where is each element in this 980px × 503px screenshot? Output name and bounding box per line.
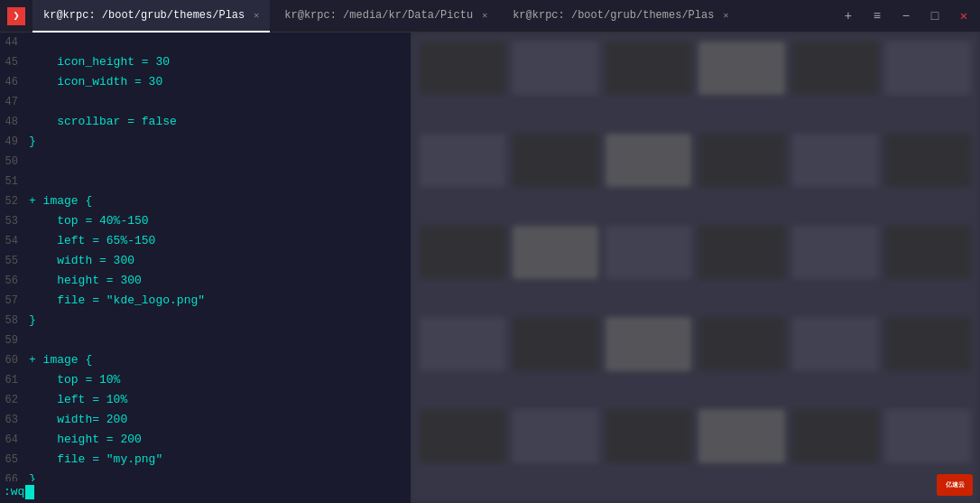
thumbnail (885, 134, 971, 187)
line-content: icon_height = 30 (29, 52, 170, 72)
thumbnail (513, 42, 598, 95)
editor-line: 60+ image { (0, 350, 411, 370)
line-content: } (29, 311, 36, 331)
editor-line: 59 (0, 331, 411, 350)
thumbnail (606, 317, 691, 370)
thumbnail (885, 317, 971, 370)
editor-line: 50 (0, 152, 411, 172)
thumbnail (513, 134, 598, 187)
line-number: 61 (0, 370, 29, 390)
line-number: 49 (0, 132, 29, 152)
line-number: 64 (0, 430, 29, 450)
editor-panel[interactable]: 4445 icon_height = 3046 icon_width = 304… (0, 33, 411, 503)
line-content: + image { (29, 191, 92, 211)
maximize-button[interactable]: □ (926, 9, 944, 23)
line-content: height = 300 (29, 271, 142, 291)
editor-line: 53 top = 40%-150 (0, 211, 411, 231)
line-content: height = 200 (29, 430, 142, 450)
thumbnail (698, 42, 784, 95)
editor-line: 64 height = 200 (0, 430, 411, 450)
tab1-label: kr@krpc: /boot/grub/themes/Plas (43, 9, 245, 22)
line-number: 51 (0, 172, 29, 191)
thumbnail (420, 134, 505, 187)
tab-1[interactable]: kr@krpc: /boot/grub/themes/Plas ✕ (32, 0, 270, 33)
line-number: 45 (0, 52, 29, 72)
editor-line: 54 left = 65%-150 (0, 231, 411, 251)
watermark: 亿速云 (937, 474, 973, 496)
thumbnail (513, 317, 598, 370)
watermark-logo-text: 亿速云 (946, 480, 965, 489)
thumbnail (792, 226, 878, 279)
thumbnail (513, 409, 598, 462)
thumbnail (792, 42, 878, 95)
editor-line: 56 height = 300 (0, 271, 411, 291)
thumbnail (792, 409, 878, 462)
thumbnail (420, 42, 505, 95)
editor-line: 49} (0, 132, 411, 152)
line-number: 46 (0, 72, 29, 92)
line-number: 52 (0, 191, 29, 211)
line-number: 53 (0, 211, 29, 231)
thumbnail (885, 226, 971, 279)
editor-line: 55 width = 300 (0, 251, 411, 271)
editor-line: 44 (0, 33, 411, 52)
line-content: top = 10% (29, 370, 120, 390)
thumbnail (698, 409, 784, 462)
editor-line: 65 file = "my.png" (0, 450, 411, 470)
thumbnail (792, 317, 878, 370)
terminal-icon: ❯ (7, 7, 25, 25)
line-number: 48 (0, 112, 29, 132)
thumbnail (792, 134, 878, 187)
tab2-close-icon[interactable]: ✕ (482, 10, 487, 21)
thumbnail (606, 134, 691, 187)
editor-line: 58} (0, 311, 411, 331)
thumbnail (606, 226, 691, 279)
line-content: top = 40%-150 (29, 211, 149, 231)
editor-line: 47 (0, 92, 411, 112)
line-number: 55 (0, 251, 29, 271)
cursor (25, 485, 34, 499)
line-number: 65 (0, 450, 29, 470)
minimize-button[interactable]: − (897, 9, 915, 23)
thumbnail (698, 226, 784, 279)
line-content: width= 200 (29, 410, 127, 430)
window-controls: + ≡ − □ ✕ (839, 8, 973, 23)
thumbnail (885, 42, 971, 95)
line-number: 57 (0, 291, 29, 311)
tab1-close-icon[interactable]: ✕ (254, 10, 259, 21)
line-content: width = 300 (29, 251, 134, 271)
thumbnail (885, 409, 971, 462)
thumbnail (420, 317, 505, 370)
tab-3[interactable]: kr@krpc: /boot/grub/themes/Plas ✕ (502, 0, 739, 33)
editor-line: 45 icon_height = 30 (0, 52, 411, 72)
editor-line: 61 top = 10% (0, 370, 411, 390)
menu-button[interactable]: ≡ (868, 9, 886, 23)
watermark-logo: 亿速云 (937, 474, 973, 496)
close-button[interactable]: ✕ (955, 8, 973, 23)
tab2-label: kr@krpc: /media/kr/Data/Pictu (284, 9, 473, 22)
line-content: + image { (29, 350, 92, 370)
line-content: } (29, 132, 36, 152)
editor-line: 63 width= 200 (0, 410, 411, 430)
thumbnail (698, 317, 784, 370)
line-number: 50 (0, 152, 29, 172)
tab-2[interactable]: kr@krpc: /media/kr/Data/Pictu ✕ (273, 0, 498, 33)
line-number: 63 (0, 410, 29, 430)
editor-line: 62 left = 10% (0, 390, 411, 410)
thumbnail (606, 409, 691, 462)
thumbnail (513, 226, 598, 279)
line-number: 58 (0, 311, 29, 331)
content-area: 4445 icon_height = 3046 icon_width = 304… (0, 33, 980, 503)
tab3-close-icon[interactable]: ✕ (723, 10, 728, 21)
line-content: left = 10% (29, 390, 127, 410)
editor-line: 46 icon_width = 30 (0, 72, 411, 92)
add-tab-button[interactable]: + (839, 9, 857, 23)
editor-line: 51 (0, 172, 411, 191)
thumbnail (420, 226, 505, 279)
titlebar: ❯ kr@krpc: /boot/grub/themes/Plas ✕ kr@k… (0, 0, 980, 33)
line-content: icon_width = 30 (29, 72, 162, 92)
line-number: 59 (0, 331, 29, 350)
filemanager-blur (411, 33, 980, 503)
filemanager-panel: 亿速云 (411, 33, 980, 503)
line-content: file = "my.png" (29, 450, 162, 470)
